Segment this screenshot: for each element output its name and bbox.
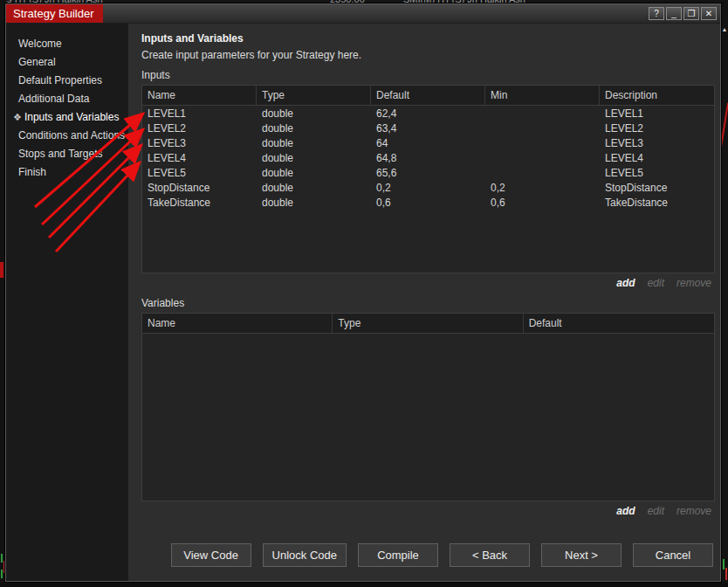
- variables-actions: add edit remove: [141, 505, 711, 517]
- table-cell: double: [257, 135, 371, 150]
- table-cell: LEVEL4: [600, 150, 714, 165]
- variables-section-label: Variables: [141, 297, 715, 309]
- window-title: Strategy Builder: [6, 4, 103, 23]
- table-row[interactable]: StopDistance double 0,2 0,2 StopDistance: [142, 180, 714, 195]
- table-row[interactable]: LEVEL3 double 64 LEVEL3: [142, 135, 714, 150]
- table-cell: [485, 106, 600, 121]
- wizard-button-row: View Code Unlock Code Compile < Back Nex…: [141, 543, 715, 581]
- table-cell: [485, 135, 600, 150]
- column-header-type: Type: [333, 314, 523, 333]
- strategy-builder-window: Strategy Builder ? _ ❐ ✕ Welcome General…: [5, 3, 721, 582]
- add-input-link[interactable]: add: [616, 277, 635, 289]
- chart-candle-fragment: [1, 570, 3, 578]
- variables-table: Name Type Default: [141, 313, 715, 501]
- table-cell: 0,2: [371, 180, 485, 195]
- chart-red-mark: [0, 262, 3, 278]
- edit-variable-link[interactable]: edit: [648, 505, 664, 517]
- table-cell: TakeDistance: [142, 195, 257, 210]
- table-cell: LEVEL5: [600, 165, 714, 180]
- unlock-code-button[interactable]: Unlock Code: [263, 543, 347, 567]
- table-cell: StopDistance: [142, 180, 257, 195]
- compile-button[interactable]: Compile: [358, 543, 438, 567]
- background-bottom-edge: [0, 583, 728, 587]
- wizard-sidebar: Welcome General Default Properties Addit…: [6, 24, 128, 581]
- table-cell: [485, 121, 600, 135]
- table-cell: double: [257, 180, 371, 195]
- table-cell: LEVEL1: [142, 106, 257, 121]
- back-button[interactable]: < Back: [450, 543, 530, 567]
- table-cell: StopDistance: [600, 180, 714, 195]
- table-cell: TakeDistance: [600, 195, 714, 210]
- column-header-min: Min: [485, 86, 600, 105]
- table-cell: double: [257, 195, 371, 210]
- next-button[interactable]: Next >: [541, 543, 622, 567]
- column-header-default: Default: [371, 86, 485, 105]
- window-controls: ? _ ❐ ✕: [649, 7, 717, 20]
- inputs-table: Name Type Default Min Description LEVEL1…: [141, 85, 715, 273]
- table-row[interactable]: TakeDistance double 0,6 0,6 TakeDistance: [142, 195, 714, 210]
- table-cell: 62,4: [371, 106, 485, 121]
- sidebar-item-inputs-and-variables[interactable]: ❖Inputs and Variables: [6, 108, 128, 127]
- chart-candle-fragment: [725, 568, 727, 580]
- table-cell: LEVEL5: [142, 165, 257, 180]
- table-cell: 65,6: [371, 165, 485, 180]
- maximize-button[interactable]: ❐: [683, 7, 699, 20]
- table-cell: LEVEL3: [600, 135, 714, 150]
- column-header-default: Default: [524, 314, 714, 333]
- inputs-section-label: Inputs: [141, 69, 715, 81]
- inputs-actions: add edit remove: [141, 277, 711, 289]
- column-header-name: Name: [142, 86, 257, 105]
- sidebar-item-stops-and-targets[interactable]: Stops and Targets: [6, 145, 128, 163]
- page-subtitle: Create input parameters for your Strateg…: [141, 49, 715, 61]
- table-cell: LEVEL1: [600, 106, 714, 121]
- table-cell: 0,2: [485, 180, 600, 195]
- sidebar-item-default-properties[interactable]: Default Properties: [6, 72, 128, 90]
- table-cell: LEVEL4: [142, 150, 257, 165]
- sidebar-item-welcome[interactable]: Welcome: [6, 35, 128, 53]
- table-cell: LEVEL2: [600, 121, 714, 135]
- table-cell: double: [257, 106, 371, 121]
- close-button[interactable]: ✕: [701, 7, 717, 20]
- remove-variable-link[interactable]: remove: [676, 505, 711, 517]
- table-row[interactable]: LEVEL1 double 62,4 LEVEL1: [142, 106, 714, 121]
- table-cell: [485, 150, 600, 165]
- chart-candle-fragment: [723, 559, 725, 570]
- background-right-edge: [721, 0, 728, 587]
- view-code-button[interactable]: View Code: [171, 543, 251, 567]
- chart-red-line-fragment: [721, 0, 728, 587]
- table-row[interactable]: LEVEL5 double 65,6 LEVEL5: [142, 165, 714, 180]
- variables-table-header: Name Type Default: [142, 314, 714, 334]
- titlebar[interactable]: Strategy Builder ? _ ❐ ✕: [6, 4, 720, 24]
- inputs-table-header: Name Type Default Min Description: [142, 86, 714, 106]
- column-header-type: Type: [257, 86, 371, 105]
- table-cell: 0,6: [485, 195, 600, 210]
- help-button[interactable]: ?: [649, 7, 664, 20]
- table-cell: LEVEL2: [142, 121, 257, 135]
- chart-candle-fragment: [1, 554, 3, 563]
- cancel-button[interactable]: Cancel: [633, 543, 713, 567]
- minimize-button[interactable]: _: [666, 7, 682, 20]
- remove-input-link[interactable]: remove: [676, 277, 711, 289]
- table-cell: [485, 165, 600, 180]
- sidebar-item-general[interactable]: General: [6, 53, 128, 72]
- edit-input-link[interactable]: edit: [648, 277, 664, 289]
- sidebar-item-finish[interactable]: Finish: [6, 163, 128, 182]
- page-title: Inputs and Variables: [141, 32, 715, 45]
- table-row[interactable]: LEVEL4 double 64,8 LEVEL4: [142, 150, 714, 165]
- table-cell: 64: [371, 135, 485, 150]
- table-row[interactable]: LEVEL2 double 63,4 LEVEL2: [142, 121, 714, 135]
- inputs-variables-panel: Inputs and Variables Create input parame…: [128, 24, 720, 581]
- add-variable-link[interactable]: add: [616, 505, 635, 517]
- table-cell: double: [257, 121, 371, 135]
- table-cell: 64,8: [371, 150, 485, 165]
- sidebar-item-conditions-and-actions[interactable]: Conditions and Actions: [6, 127, 128, 145]
- sidebar-item-additional-data[interactable]: Additional Data: [6, 90, 128, 108]
- table-cell: double: [257, 165, 371, 180]
- scrollbar-up-icon[interactable]: ▲: [721, 26, 728, 32]
- column-header-description: Description: [600, 86, 714, 105]
- table-cell: LEVEL3: [142, 135, 257, 150]
- diamond-cluster-icon: ❖: [13, 112, 22, 122]
- table-cell: double: [257, 150, 371, 165]
- sidebar-item-label: Inputs and Variables: [24, 111, 120, 123]
- column-header-name: Name: [142, 314, 333, 333]
